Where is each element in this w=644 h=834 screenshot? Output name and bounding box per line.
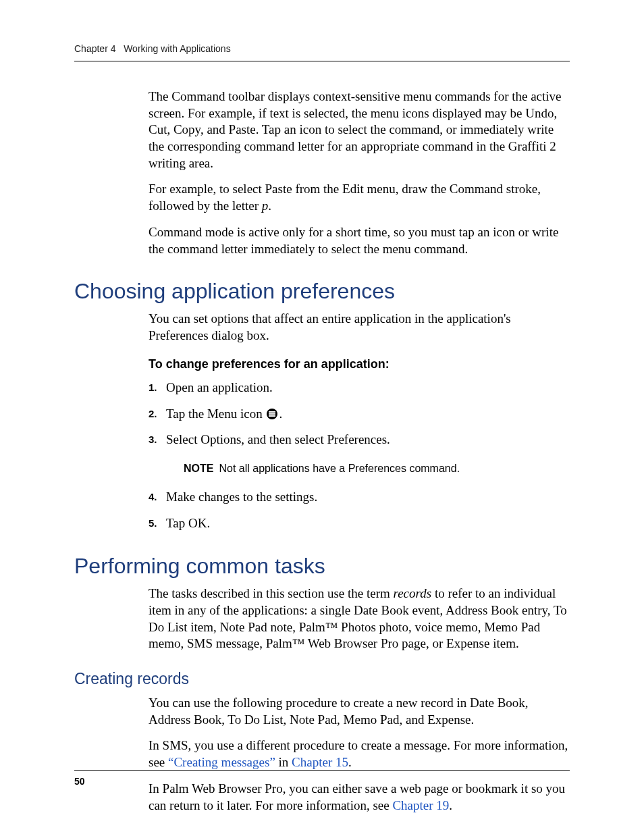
heading-choosing-preferences: Choosing application preferences [74, 279, 570, 304]
sub1-para-1: You can use the following procedure to c… [149, 695, 570, 728]
link-chapter-19[interactable]: Chapter 19 [392, 798, 449, 812]
section-a-para-1: You can set options that affect an entir… [149, 311, 570, 344]
link-chapter-15[interactable]: Chapter 15 [292, 755, 348, 769]
intro-para-2: For example, to select Paste from the Ed… [149, 181, 570, 214]
note-text: Not all applications have a Preferences … [219, 463, 460, 474]
page: Chapter 4 Working with Applications The … [0, 0, 644, 834]
heading-performing-tasks: Performing common tasks [74, 554, 570, 579]
note-block: NOTENot all applications have a Preferen… [184, 461, 570, 476]
heading-creating-records: Creating records [74, 670, 570, 688]
sub1-para-2: In SMS, you use a different procedure to… [149, 737, 570, 771]
section-a-body: You can set options that affect an entir… [149, 311, 570, 532]
menu-icon [267, 409, 277, 419]
chapter-label: Chapter 4 [74, 43, 115, 54]
procedure-steps: 1.Open an application. 2.Tap the Menu ic… [149, 379, 570, 532]
page-footer: 50 [74, 770, 570, 787]
note-label: NOTE [184, 463, 213, 474]
chapter-title: Working with Applications [124, 43, 230, 54]
body-text: The Command toolbar displays context-sen… [149, 88, 570, 257]
page-header: Chapter 4 Working with Applications [74, 43, 570, 61]
step-4: 4.Make changes to the settings. [149, 488, 570, 506]
step-2: 2.Tap the Menu icon . [149, 405, 570, 423]
step-1: 1.Open an application. [149, 379, 570, 397]
section-b-para-1: The tasks described in this section use … [149, 585, 570, 652]
section-b-body: The tasks described in this section use … [149, 585, 570, 652]
procedure-title: To change preferences for an application… [149, 357, 570, 372]
sub1-body: You can use the following procedure to c… [149, 695, 570, 814]
page-number: 50 [74, 776, 85, 787]
intro-para-1: The Command toolbar displays context-sen… [149, 88, 570, 172]
link-creating-messages[interactable]: “Creating messages” [168, 755, 275, 769]
step-3: 3.Select Options, and then select Prefer… [149, 431, 570, 476]
intro-para-3: Command mode is active only for a short … [149, 224, 570, 257]
step-5: 5.Tap OK. [149, 515, 570, 533]
